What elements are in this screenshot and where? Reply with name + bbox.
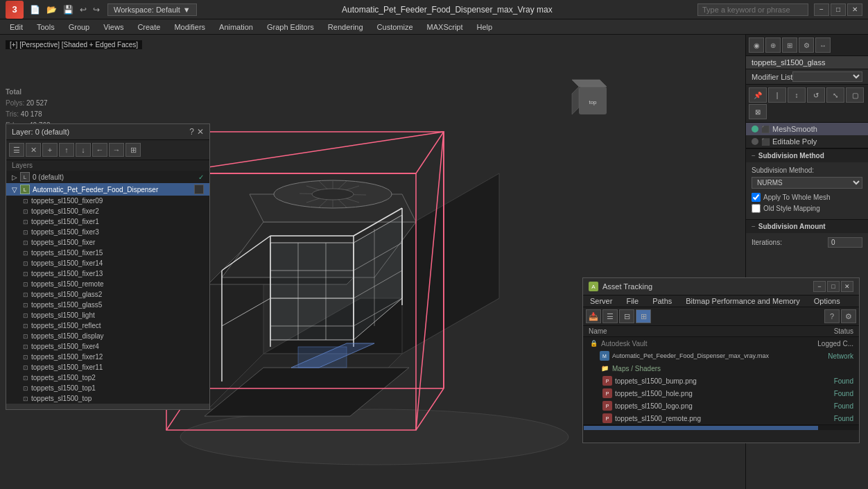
menu-group[interactable]: Group bbox=[62, 22, 97, 33]
menu-views[interactable]: Views bbox=[96, 22, 130, 33]
menu-edit[interactable]: Edit bbox=[3, 22, 30, 33]
mod-icon-pin[interactable]: 📌 bbox=[749, 87, 767, 103]
redo-icon[interactable]: ↪ bbox=[91, 4, 102, 15]
menu-help[interactable]: Help bbox=[470, 22, 500, 33]
layer-help-icon[interactable]: ? bbox=[189, 127, 194, 137]
mod-icon-move[interactable]: ↕ bbox=[788, 87, 806, 103]
menu-tools[interactable]: Tools bbox=[30, 22, 62, 33]
layer-item-fixer14[interactable]: ⊡ toppets_sl1500_fixer14 bbox=[6, 258, 209, 268]
layer-item-fixer3[interactable]: ⊡ toppets_sl1500_fixer3 bbox=[6, 227, 209, 237]
nurms-dropdown[interactable]: NURMS bbox=[752, 177, 862, 189]
rp-icon-btn-4[interactable]: ⚙ bbox=[799, 37, 814, 53]
rp-icon-btn-5[interactable]: ↔ bbox=[815, 37, 831, 53]
layer-item-fixer4[interactable]: ⊡ toppets_sl1500_fixer4 bbox=[6, 341, 209, 352]
mod-icon-rotate[interactable]: ↺ bbox=[807, 87, 825, 103]
layer-close-icon[interactable]: ✕ bbox=[197, 127, 204, 137]
at-menu-bitmap[interactable]: Bitmap Performance and Memory bbox=[679, 295, 806, 307]
minimize-button[interactable]: − bbox=[814, 3, 829, 16]
layer-btn-remove[interactable]: ✕ bbox=[26, 143, 41, 157]
layer-item-light[interactable]: ⊡ toppets_sl1500_light bbox=[6, 310, 209, 320]
layer-item-auto[interactable]: ▽ L Automatic_Pet_Feeder_Food_Dispenser bbox=[6, 183, 209, 196]
menu-maxscript[interactable]: MAXScript bbox=[420, 22, 470, 33]
subdivision-method-header[interactable]: − Subdivision Method bbox=[746, 149, 868, 162]
at-row-remote[interactable]: P toppets_sl1500_remote.png Found bbox=[583, 412, 859, 424]
mod-icon-extra[interactable]: ⊠ bbox=[749, 104, 767, 119]
at-menu-file[interactable]: File bbox=[619, 295, 645, 307]
at-row-bump[interactable]: P toppets_sl1500_bump.png Found bbox=[583, 375, 859, 387]
rp-icon-btn-3[interactable]: ⊞ bbox=[782, 37, 797, 53]
mod-icon-select[interactable]: ▢ bbox=[846, 87, 864, 103]
modifier-list-dropdown[interactable] bbox=[792, 71, 862, 82]
layer-item-display[interactable]: ⊡ toppets_sl1500_display bbox=[6, 331, 209, 341]
save-icon[interactable]: 💾 bbox=[61, 4, 76, 15]
workspace-button[interactable]: Workspace: Default ▼ bbox=[107, 3, 197, 16]
maximize-button[interactable]: □ bbox=[831, 3, 846, 16]
rp-icon-btn-2[interactable]: ⊕ bbox=[765, 37, 781, 53]
apply-whole-mesh-checkbox[interactable] bbox=[752, 193, 761, 202]
layer-top2-label: toppets_sl1500_top2 bbox=[31, 374, 96, 381]
at-row-vault[interactable]: 🔒 Autodesk Vault Logged C... bbox=[583, 337, 859, 350]
menu-customize[interactable]: Customize bbox=[370, 22, 420, 33]
at-row-hole[interactable]: P toppets_sl1500_hole.png Found bbox=[583, 387, 859, 400]
at-btn-3[interactable]: ⊟ bbox=[619, 309, 634, 323]
layer-btn-right[interactable]: → bbox=[109, 143, 124, 157]
close-button[interactable]: ✕ bbox=[847, 3, 862, 16]
menu-graph-editors[interactable]: Graph Editors bbox=[260, 22, 321, 33]
layer-btn-left[interactable]: ← bbox=[92, 143, 107, 157]
layer-item-fixer13[interactable]: ⊡ toppets_sl1500_fixer13 bbox=[6, 268, 209, 279]
new-icon[interactable]: 📄 bbox=[28, 4, 42, 15]
layer-item-fixer1[interactable]: ⊡ toppets_sl1500_fixer1 bbox=[6, 216, 209, 227]
at-close-button[interactable]: ✕ bbox=[841, 281, 853, 292]
open-icon[interactable]: 📂 bbox=[44, 4, 59, 15]
layer-item-glass2[interactable]: ⊡ toppets_sl1500_glass2 bbox=[6, 289, 209, 300]
layer-btn-add[interactable]: + bbox=[42, 143, 58, 157]
at-row-maps[interactable]: 📁 Maps / Shaders bbox=[583, 362, 859, 375]
layer-item-remote[interactable]: ⊡ toppets_sl1500_remote bbox=[6, 279, 209, 289]
mod-icon-scale[interactable]: ⤡ bbox=[826, 87, 844, 103]
layer-item-0[interactable]: ▷ L 0 (default) ✓ bbox=[6, 171, 209, 183]
at-menu-paths[interactable]: Paths bbox=[645, 295, 679, 307]
menu-animation[interactable]: Animation bbox=[212, 22, 260, 33]
layer-item-fixer11[interactable]: ⊡ toppets_sl1500_fixer11 bbox=[6, 362, 209, 372]
at-row-logo[interactable]: P toppets_sl1500_logo.png Found bbox=[583, 400, 859, 412]
at-btn-2[interactable]: ☰ bbox=[602, 309, 618, 323]
layer-btn-list[interactable]: ☰ bbox=[9, 143, 24, 157]
rp-icon-btn-1[interactable]: ◉ bbox=[749, 37, 764, 53]
view-navigation-cube[interactable]: top bbox=[568, 76, 617, 125]
at-btn-settings[interactable]: ⚙ bbox=[841, 309, 856, 323]
subdivision-amount-header[interactable]: − Subdivision Amount bbox=[746, 220, 868, 233]
layer-item-fixer09[interactable]: ⊡ toppets_sl1500_fixer09 bbox=[6, 196, 209, 206]
layer-item-reflect[interactable]: ⊡ toppets_sl1500_reflect bbox=[6, 320, 209, 331]
layer-item-glass5[interactable]: ⊡ toppets_sl1500_glass5 bbox=[6, 300, 209, 310]
layer-item-fixer2[interactable]: ⊡ toppets_sl1500_fixer2 bbox=[6, 206, 209, 216]
iterations-input[interactable] bbox=[828, 237, 862, 248]
at-menu-server[interactable]: Server bbox=[583, 295, 619, 307]
menu-modifiers[interactable]: Modifiers bbox=[167, 22, 212, 33]
layer-item-top[interactable]: ⊡ toppets_sl1500_top bbox=[6, 393, 209, 404]
modifier-meshsmooth[interactable]: ⬛ MeshSmooth bbox=[746, 123, 868, 135]
layer-btn-grid[interactable]: ⊞ bbox=[125, 143, 141, 157]
mod-icon-pipe[interactable]: | bbox=[768, 87, 786, 103]
layer-btn-down[interactable]: ↓ bbox=[76, 143, 91, 157]
at-minimize-button[interactable]: − bbox=[813, 281, 826, 292]
at-btn-help[interactable]: ? bbox=[824, 309, 840, 323]
at-menu-options[interactable]: Options bbox=[807, 295, 847, 307]
modifier-editable-poly[interactable]: ⬛ Editable Poly bbox=[746, 135, 868, 148]
menu-create[interactable]: Create bbox=[130, 22, 167, 33]
menu-rendering[interactable]: Rendering bbox=[321, 22, 370, 33]
at-btn-4[interactable]: ⊞ bbox=[636, 309, 651, 323]
at-maximize-button[interactable]: □ bbox=[827, 281, 840, 292]
layer-item-fixer[interactable]: ⊡ toppets_sl1500_fixer bbox=[6, 237, 209, 248]
layer-item-fixer15[interactable]: ⊡ toppets_sl1500_fixer15 bbox=[6, 248, 209, 258]
at-btn-1[interactable]: 📥 bbox=[586, 309, 601, 323]
search-input[interactable] bbox=[697, 3, 808, 16]
layer-list[interactable]: ▷ L 0 (default) ✓ ▽ L Automatic_Pet_Feed… bbox=[6, 171, 209, 404]
old-style-mapping-checkbox[interactable] bbox=[752, 204, 761, 213]
at-row-main-file[interactable]: M Automatic_Pet_Feeder_Food_Dispenser_ma… bbox=[583, 350, 859, 362]
layer-item-top1[interactable]: ⊡ toppets_sl1500_top1 bbox=[6, 383, 209, 393]
layer-item-top2[interactable]: ⊡ toppets_sl1500_top2 bbox=[6, 372, 209, 383]
layer-btn-up[interactable]: ↑ bbox=[59, 143, 74, 157]
layer-item-fixer12[interactable]: ⊡ toppets_sl1500_fixer12 bbox=[6, 352, 209, 362]
layer-scrollbar[interactable] bbox=[6, 404, 209, 409]
undo-icon[interactable]: ↩ bbox=[78, 4, 89, 15]
